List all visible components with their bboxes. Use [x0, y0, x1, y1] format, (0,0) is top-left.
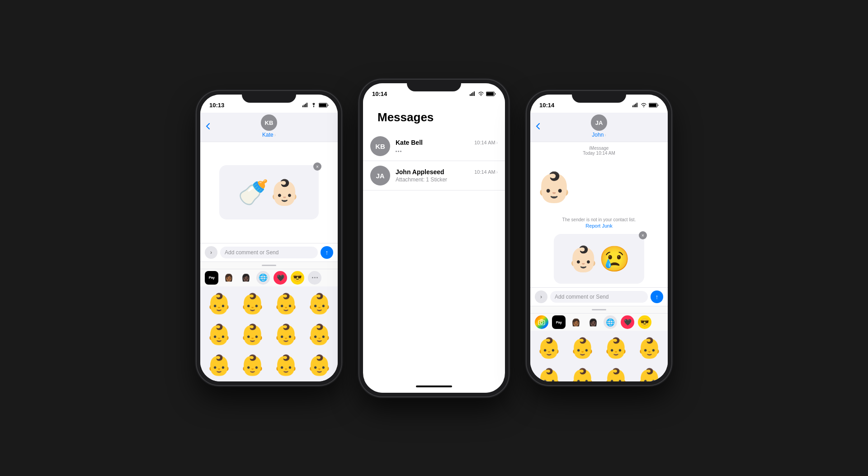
sticker-cell-right-4[interactable]: 👶	[632, 333, 666, 363]
list-name-john: John Appleseed	[396, 168, 444, 176]
received-sticker-emoji-right: 👶🏻	[536, 170, 572, 205]
applepay-icon-left[interactable]: Pay	[205, 271, 218, 285]
phone-right: 10:14	[527, 91, 671, 385]
wifi-icon-middle	[478, 91, 484, 96]
nav-bar-left: KB Kate ›	[200, 113, 338, 142]
report-junk-link[interactable]: Report Junk	[538, 223, 660, 228]
list-item-john[interactable]: JA John Appleseed 10:14 AM › Attachment:…	[363, 161, 505, 190]
battery-icon-left	[319, 103, 329, 108]
svg-rect-17	[637, 103, 637, 107]
chat-content-right: iMessage Today 10:14 AM 👶🏻 The sender is…	[530, 142, 668, 381]
sticker-cell-left-2[interactable]: 👶	[236, 288, 269, 319]
message-input-right[interactable]: Add comment or Send	[550, 291, 648, 303]
battery-icon-middle	[486, 91, 496, 96]
sticker-close-right[interactable]: ×	[639, 231, 647, 239]
sticker-cell-right-5[interactable]: 👶	[532, 363, 566, 381]
input-bar-right: › Add comment or Send ↑	[530, 287, 668, 306]
sticker-cell-left-5[interactable]: 👶	[202, 319, 236, 350]
svg-rect-9	[472, 92, 473, 96]
sticker-cell-right-3[interactable]: 👶	[599, 333, 632, 363]
nav-bar-right: JA John ›	[530, 113, 668, 142]
sticker-cell-left-11[interactable]: 👶	[269, 350, 302, 381]
photo-icon-right[interactable]	[535, 315, 548, 329]
svg-rect-13	[486, 92, 494, 95]
memoji1-icon-left[interactable]: 👩🏾	[222, 271, 236, 285]
memoji2-icon-right[interactable]: 👩🏿	[586, 315, 600, 329]
svg-rect-3	[307, 103, 307, 107]
sticker-cell-right-6[interactable]: 👶	[566, 363, 599, 381]
list-header-john: John Appleseed 10:14 AM ›	[396, 168, 498, 176]
more-icon-left[interactable]	[308, 271, 321, 285]
signal-icon-right	[632, 103, 639, 107]
name-chevron-left: ›	[274, 133, 276, 138]
status-icons-right	[632, 103, 659, 108]
contact-name-right[interactable]: John ›	[592, 132, 606, 138]
svg-rect-16	[635, 104, 636, 107]
message-input-left[interactable]: Add comment or Send	[220, 247, 318, 258]
wifi-icon-left	[311, 103, 317, 107]
memoji2-icon-left[interactable]: 👩🏿	[239, 271, 253, 285]
globe-icon-left[interactable]: 🌐	[256, 271, 270, 285]
list-item-kate[interactable]: KB Kate Bell 10:14 AM ›	[363, 132, 505, 161]
list-content-kate: Kate Bell 10:14 AM ›	[396, 139, 498, 153]
expand-button-right[interactable]: ›	[535, 290, 547, 303]
status-icons-left	[302, 103, 329, 108]
home-indicator-middle	[363, 380, 505, 393]
phones-container: 10:13	[0, 0, 868, 476]
applepay-icon-right[interactable]: Pay	[552, 315, 566, 329]
back-button-left[interactable]	[206, 123, 210, 130]
sticker-cell-right-8[interactable]: 👶	[632, 363, 666, 381]
list-chevron-john: ›	[496, 170, 498, 175]
contact-avatar-left[interactable]: KB	[261, 114, 277, 131]
list-time-john: 10:14 AM ›	[474, 169, 498, 175]
send-button-left[interactable]: ↑	[321, 246, 333, 259]
list-avatar-john: JA	[370, 166, 390, 186]
sticker-cell-left-6[interactable]: 👶	[236, 319, 269, 350]
app-strip-left	[200, 262, 338, 269]
sticker-cell-right-1[interactable]: 👶	[532, 333, 566, 363]
list-content-john: John Appleseed 10:14 AM › Attachment: 1 …	[396, 168, 498, 183]
sticker-cell-left-7[interactable]: 👶	[269, 319, 302, 350]
heart-icon-left[interactable]: 🖤	[274, 271, 287, 285]
expand-button-left[interactable]: ›	[205, 246, 217, 259]
emoji-icon-right[interactable]: 😎	[638, 315, 651, 329]
contact-avatar-right[interactable]: JA	[591, 114, 607, 131]
sticker-grid-left: 👶 👶 👶 👶 👶 👶 👶 👶 👶 👶 👶 👶	[200, 286, 338, 382]
sticker-cell-left-8[interactable]: 👶	[302, 319, 336, 350]
sticker-pending-area-right: × 👶🏻😢	[530, 230, 668, 287]
phone-middle: 10:14	[359, 80, 509, 396]
contact-name-left[interactable]: Kate ›	[262, 132, 276, 138]
globe-icon-right[interactable]: 🌐	[604, 315, 617, 329]
sticker-close-left[interactable]: ×	[313, 162, 321, 171]
camera-icon-right	[538, 319, 545, 325]
sticker-cell-left-1[interactable]: 👶	[202, 288, 236, 319]
sticker-cell-left-10[interactable]: 👶	[236, 350, 269, 381]
sticker-cell-left-4[interactable]: 👶	[302, 288, 336, 319]
wifi-icon-right	[641, 103, 647, 107]
sticker-cell-right-2[interactable]: 👶	[566, 333, 599, 363]
sticker-pending-left: × 🍼👶🏻	[219, 165, 319, 219]
list-preview-kate	[396, 147, 498, 153]
typing-dots-kate	[396, 151, 401, 152]
list-preview-john: Attachment: 1 Sticker	[396, 176, 498, 183]
heart-icon-right[interactable]: 🖤	[621, 315, 634, 329]
memoji1-icon-right[interactable]: 👩🏾	[569, 315, 583, 329]
svg-point-11	[481, 95, 481, 96]
back-button-right[interactable]	[536, 123, 540, 130]
messages-title: Messages	[370, 103, 498, 128]
emoji-icon-left[interactable]: 😎	[291, 271, 304, 285]
drag-handle-left	[262, 265, 276, 266]
sticker-cell-left-3[interactable]: 👶	[269, 288, 302, 319]
input-bar-left: › Add comment or Send ↑	[200, 243, 338, 262]
sticker-cell-left-9[interactable]: 👶	[202, 350, 236, 381]
send-button-right[interactable]: ↑	[651, 290, 663, 303]
svg-rect-14	[632, 105, 633, 107]
back-chevron-right	[536, 123, 540, 130]
drag-handle-right	[592, 309, 606, 310]
sticker-cell-right-7[interactable]: 👶	[599, 363, 632, 381]
sticker-cell-left-12[interactable]: 👶	[302, 350, 336, 381]
time-middle: 10:14	[372, 90, 387, 97]
svg-point-18	[643, 106, 644, 107]
svg-rect-8	[471, 93, 472, 96]
sticker-image-left: 🍼👶🏻	[238, 178, 300, 207]
